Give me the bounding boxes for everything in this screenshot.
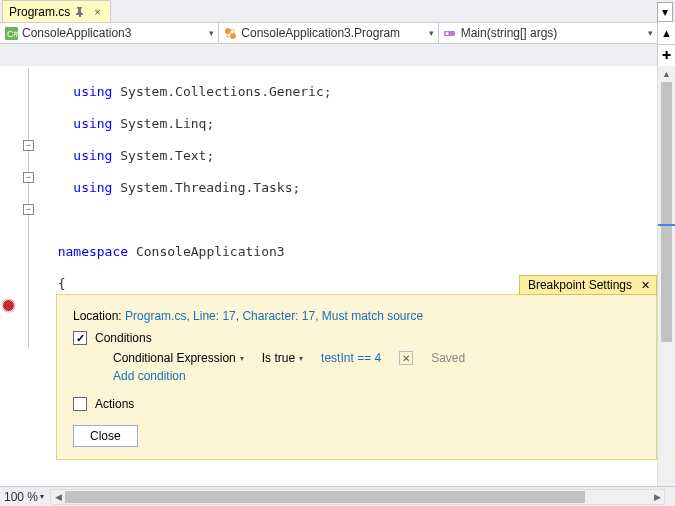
chevron-down-icon: ▾ [662, 5, 668, 19]
vertical-scrollbar[interactable]: ▲ ▼ [657, 66, 675, 506]
condition-expression[interactable]: testInt == 4 [321, 351, 381, 365]
nav-class[interactable]: ConsoleApplication3.Program ▾ [219, 23, 438, 43]
chevron-down-icon: ▾ [40, 492, 44, 501]
class-icon [223, 26, 237, 40]
nav-project-label: ConsoleApplication3 [22, 26, 131, 40]
saved-status: Saved [431, 351, 465, 365]
chevron-down-icon: ▾ [209, 28, 214, 38]
svg-point-2 [225, 28, 231, 34]
nav-project[interactable]: C# ConsoleApplication3 ▾ [0, 23, 219, 43]
file-tab[interactable]: Program.cs × [2, 0, 111, 22]
editor-split-tools: ▲ ✚ [657, 22, 675, 66]
close-button[interactable]: Close [73, 425, 138, 447]
actions-label: Actions [95, 397, 134, 411]
tab-filename: Program.cs [9, 5, 70, 19]
add-condition-link[interactable]: Add condition [73, 369, 640, 383]
tab-bar: Program.cs × ▾ [0, 0, 675, 22]
panel-title: Breakpoint Settings [528, 278, 632, 292]
breakpoint-settings-titlebar: Breakpoint Settings ✕ [519, 275, 657, 295]
svg-point-3 [230, 33, 236, 39]
condition-type-dropdown[interactable]: Conditional Expression ▾ [113, 351, 244, 365]
nav-class-label: ConsoleApplication3.Program [241, 26, 400, 40]
zoom-dropdown[interactable]: 100 % ▾ [4, 490, 44, 504]
svg-text:C#: C# [7, 29, 18, 39]
scroll-caret-marker [658, 224, 675, 226]
scroll-thumb[interactable] [661, 82, 672, 342]
breakpoint-settings-panel: Breakpoint Settings ✕ Location: Program.… [56, 294, 657, 460]
pin-icon[interactable] [74, 6, 86, 18]
location-label: Location: [73, 309, 125, 323]
condition-row: Conditional Expression ▾ Is true ▾ testI… [73, 351, 640, 365]
actions-checkbox[interactable] [73, 397, 87, 411]
location-link[interactable]: Program.cs, Line: 17, Character: 17, Mus… [125, 309, 423, 323]
remove-condition-icon[interactable]: ✕ [399, 351, 413, 365]
status-bar: 100 % ▾ ◀ ▶ [0, 486, 675, 506]
conditions-checkbox-row: ✓ Conditions [73, 331, 640, 345]
zoom-value: 100 % [4, 490, 38, 504]
conditions-checkbox[interactable]: ✓ [73, 331, 87, 345]
chevron-down-icon: ▾ [648, 28, 653, 38]
split-plus-icon[interactable]: ✚ [658, 45, 675, 67]
method-icon [443, 26, 457, 40]
chevron-down-icon: ▾ [240, 354, 244, 363]
scroll-left-arrow-icon[interactable]: ◀ [51, 490, 65, 504]
breakpoint-location-row: Location: Program.cs, Line: 17, Characte… [73, 309, 640, 323]
nav-method[interactable]: Main(string[] args) ▾ [439, 23, 657, 43]
scroll-right-arrow-icon[interactable]: ▶ [650, 490, 664, 504]
horizontal-scrollbar[interactable]: ◀ ▶ [50, 489, 665, 505]
outline-collapse-icon[interactable]: − [23, 172, 34, 183]
chevron-down-icon: ▾ [429, 28, 434, 38]
svg-point-6 [446, 32, 449, 35]
navigation-bar: C# ConsoleApplication3 ▾ ConsoleApplicat… [0, 22, 657, 44]
condition-mode-dropdown[interactable]: Is true ▾ [262, 351, 303, 365]
tab-overflow-dropdown[interactable]: ▾ [657, 2, 673, 22]
split-vertical-icon[interactable]: ▲ [658, 22, 675, 45]
conditions-label: Conditions [95, 331, 152, 345]
outline-gutter[interactable]: − − − [18, 66, 40, 506]
chevron-down-icon: ▾ [299, 354, 303, 363]
csharp-icon: C# [4, 26, 18, 40]
close-tab-icon[interactable]: × [90, 5, 104, 19]
scroll-thumb[interactable] [65, 491, 585, 503]
outline-collapse-icon[interactable]: − [23, 140, 34, 151]
breakpoint-gutter[interactable] [0, 66, 18, 506]
scroll-up-arrow-icon[interactable]: ▲ [658, 66, 675, 82]
nav-method-label: Main(string[] args) [461, 26, 558, 40]
breakpoint-glyph[interactable] [2, 299, 15, 312]
outline-collapse-icon[interactable]: − [23, 204, 34, 215]
actions-checkbox-row: Actions [73, 397, 640, 411]
close-panel-icon[interactable]: ✕ [638, 278, 652, 292]
